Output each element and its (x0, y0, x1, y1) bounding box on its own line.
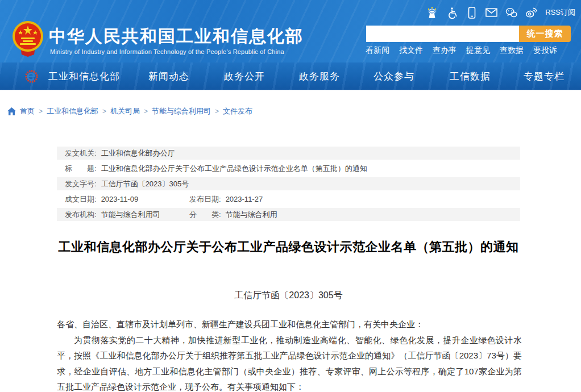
nav-item-gov-info[interactable]: 政务公开 (224, 62, 265, 90)
quick-link-data[interactable]: 查数据 (500, 45, 524, 56)
quick-link-feedback[interactable]: 提意见 (466, 45, 490, 56)
quick-links: 看新闻 找文件 查办事 提意见 查数据 要投诉 (366, 45, 557, 56)
breadcrumb-separator: > (215, 107, 219, 115)
wechat-icon[interactable] (505, 7, 517, 19)
breadcrumb-item-home[interactable]: 首页 (20, 106, 35, 116)
breadcrumb: 首页 > 工业和信息化部 > 机关司局 > 节能与综合利用司 > 文件发布 (7, 106, 252, 116)
paragraph-salutation: 各省、自治区、直辖市及计划单列市、新疆生产建设兵团工业和信息化主管部门，有关中央… (57, 316, 522, 332)
meta-label: 发布机构: (65, 208, 97, 221)
miit-logo-icon (25, 70, 38, 83)
meta-row-publisher: 发布机构: 节能与综合利用司 分 类: 节能与综合利用 (57, 208, 520, 221)
home-icon[interactable] (7, 107, 16, 115)
site-subtitle: Ministry of Industry and Information Tec… (50, 48, 284, 55)
meta-value: 2023-11-27 (226, 193, 263, 206)
nav-item-news[interactable]: 新闻动态 (148, 62, 189, 90)
meta-label: 发文机关: (65, 147, 97, 160)
mascot-icon[interactable] (426, 7, 438, 19)
nav-item-gov-service[interactable]: 政务服务 (299, 62, 340, 90)
main-nav: 工业和信息化部 新闻动态 政务公开 政务服务 公众参与 工信数据 专题专栏 (0, 62, 581, 90)
document-meta-table: 发文机关: 工业和信息化部办公厅 标 题: 工业和信息化部办公厅关于公布工业产品… (57, 147, 520, 223)
meta-row-issuing-office: 发文机关: 工业和信息化部办公厅 (57, 147, 520, 160)
meta-row-dates: 成文日期: 2023-11-09 发布日期: 2023-11-27 (57, 193, 520, 206)
meta-label: 发布日期: (189, 193, 221, 206)
search-bar: 统一搜索 (366, 26, 571, 42)
meta-value: 2023-11-09 (101, 193, 139, 206)
meta-value: 工业和信息化部办公厅关于公布工业产品绿色设计示范企业名单（第五批）的通知 (101, 162, 367, 175)
site-header: 中华人民共和国工业和信息化部 Ministry of Industry and … (0, 0, 581, 62)
breadcrumb-item-departments[interactable]: 机关司局 (110, 106, 140, 116)
breadcrumb-separator: > (39, 107, 43, 115)
site-title: 中华人民共和国工业和信息化部 (49, 25, 304, 48)
paragraph-intro: 为贯彻落实党的二十大精神，加快推进新型工业化，推动制造业高端化、智能化、绿色化发… (57, 332, 522, 392)
quick-link-news[interactable]: 看新闻 (366, 45, 389, 56)
meta-value: 工业和信息化部办公厅 (101, 147, 175, 160)
breadcrumb-item-energy-dept[interactable]: 节能与综合利用司 (152, 106, 211, 116)
breadcrumb-item-file-release[interactable]: 文件发布 (223, 106, 252, 116)
breadcrumb-item-ministry[interactable]: 工业和信息化部 (47, 106, 98, 116)
meta-label: 标 题: (65, 162, 97, 175)
meta-row-title: 标 题: 工业和信息化部办公厅关于公布工业产品绿色设计示范企业名单（第五批）的通… (57, 162, 520, 175)
accessibility-icon[interactable] (446, 7, 458, 19)
nav-item-ministry[interactable]: 工业和信息化部 (48, 62, 120, 90)
meta-value: 节能与综合利用 (226, 208, 277, 221)
page: 中华人民共和国工业和信息化部 Ministry of Industry and … (0, 0, 581, 392)
nav-item-public[interactable]: 公众参与 (374, 62, 414, 90)
nav-item-data[interactable]: 工信数据 (450, 62, 491, 90)
quick-link-services[interactable]: 查办事 (433, 45, 457, 56)
nav-item-topics[interactable]: 专题专栏 (524, 62, 565, 90)
meta-value: 节能与综合利用司 (101, 208, 160, 221)
national-emblem-icon (11, 20, 44, 57)
search-input[interactable] (366, 26, 519, 42)
search-button[interactable]: 统一搜索 (519, 26, 571, 42)
meta-value: 工信厅节函〔2023〕305号 (101, 177, 189, 190)
document-number: 工信厅节函〔2023〕305号 (57, 290, 520, 302)
mobile-icon[interactable] (466, 7, 478, 19)
mail-icon[interactable] (485, 7, 497, 19)
rss-subscribe-link[interactable]: RSS订阅 (545, 7, 575, 18)
breadcrumb-separator: > (144, 107, 148, 115)
document-body: 各省、自治区、直辖市及计划单列市、新疆生产建设兵团工业和信息化主管部门，有关中央… (57, 316, 522, 392)
quick-link-complaint[interactable]: 要投诉 (533, 45, 557, 56)
meta-label: 分 类: (189, 208, 221, 221)
document-title: 工业和信息化部办公厅关于公布工业产品绿色设计示范企业名单（第五批）的通知 (57, 239, 520, 256)
meta-label: 成文日期: (65, 193, 97, 206)
meta-row-doc-number: 发文字号: 工信厅节函〔2023〕305号 (57, 177, 520, 190)
meta-label: 发文字号: (65, 177, 97, 190)
quick-link-files[interactable]: 找文件 (399, 45, 423, 56)
utility-bar: RSS订阅 (426, 6, 575, 19)
breadcrumb-separator: > (102, 107, 106, 115)
weibo-icon[interactable] (525, 7, 537, 19)
